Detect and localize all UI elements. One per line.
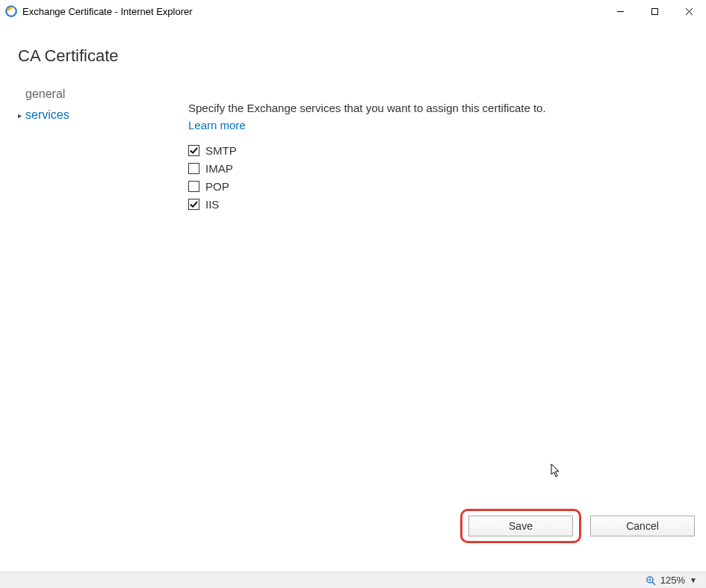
button-row: Save Cancel — [460, 509, 695, 543]
checkbox-pop[interactable] — [188, 181, 199, 192]
sidebar: ▸ general ▸ services — [16, 84, 188, 213]
content-area: CA Certificate ▸ general ▸ services Spec… — [0, 22, 706, 213]
title-bar: Exchange Certificate - Internet Explorer — [0, 0, 706, 22]
cancel-button[interactable]: Cancel — [590, 516, 695, 536]
status-bar: 125% ▼ — [0, 572, 706, 588]
service-row-imap: IMAP — [188, 159, 690, 177]
main-panel: Specify the Exchange services that you w… — [188, 84, 690, 213]
ie-icon — [4, 4, 18, 18]
service-row-iis: IIS — [188, 195, 690, 213]
window-title: Exchange Certificate - Internet Explorer — [22, 6, 603, 17]
save-button[interactable]: Save — [468, 516, 573, 536]
cursor-icon — [551, 463, 561, 478]
maximize-button[interactable] — [637, 0, 672, 22]
sidebar-item-label: general — [25, 87, 65, 101]
service-row-smtp: SMTP — [188, 141, 690, 159]
sidebar-item-label: services — [25, 108, 69, 122]
service-label: IIS — [205, 198, 219, 211]
zoom-level[interactable]: 125% — [660, 575, 685, 586]
close-button[interactable] — [672, 0, 706, 22]
zoom-icon[interactable] — [645, 575, 656, 586]
svg-line-6 — [652, 582, 655, 585]
window-controls — [603, 0, 706, 22]
save-highlight: Save — [460, 509, 581, 543]
page-title: CA Certificate — [18, 46, 690, 66]
zoom-dropdown-icon[interactable]: ▼ — [690, 576, 697, 584]
service-label: POP — [205, 180, 229, 193]
checkbox-imap[interactable] — [188, 163, 199, 174]
sidebar-item-services[interactable]: ▸ services — [16, 105, 188, 126]
sidebar-item-general[interactable]: ▸ general — [16, 84, 188, 105]
layout: ▸ general ▸ services Specify the Exchang… — [16, 84, 690, 213]
instruction-prefix: Specify the Exchange services that you w… — [188, 102, 546, 114]
checkbox-smtp[interactable] — [188, 145, 199, 156]
service-label: SMTP — [205, 144, 237, 157]
learn-more-link[interactable]: Learn more — [188, 119, 246, 131]
service-list: SMTP IMAP POP IIS — [188, 141, 690, 213]
service-label: IMAP — [205, 162, 233, 175]
minimize-button[interactable] — [603, 0, 637, 22]
pointer-icon: ▸ — [18, 111, 25, 120]
checkbox-iis[interactable] — [188, 199, 199, 210]
service-row-pop: POP — [188, 177, 690, 195]
instruction-text: Specify the Exchange services that you w… — [188, 100, 562, 134]
svg-rect-2 — [651, 8, 657, 14]
